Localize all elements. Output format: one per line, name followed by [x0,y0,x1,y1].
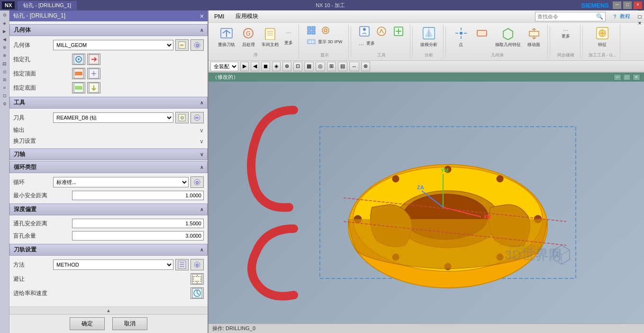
cancel-button[interactable]: 取消 [112,317,147,330]
specify-bottom-arrow-button[interactable] [87,82,100,93]
help-label[interactable]: 教程 [620,13,630,20]
strip-icon-5[interactable]: ⊕ [1,44,9,51]
ribbon-btn-workshop[interactable]: 车间文档 [260,25,281,49]
specify-bottom-button[interactable] [72,82,85,93]
ribbon-btn-3d-ipw-label: 显示 3D IPW [318,39,343,45]
tool-edit-button[interactable]: ✏ [190,112,204,123]
ribbon-btn-tool1[interactable] [357,25,372,38]
menu-pmi[interactable]: PMI [210,12,228,21]
ribbon-btn-draft-analysis[interactable]: 拔模分析 [418,25,439,49]
viewport-title: （修改的） ─ □ × [209,73,644,82]
sub-btn-10[interactable]: ▤ [338,62,347,71]
ribbon-btn-display-3d-ipw[interactable]: 显示 3D IPW [305,37,345,46]
tool-create-button[interactable]: ⚙ [175,112,189,123]
strip-icon-1[interactable]: ⚙ [1,11,9,19]
tool-select[interactable]: REAMER_D8 (钻 [53,112,173,123]
viewport-max-btn[interactable]: □ [623,74,631,81]
minimize-button[interactable]: ─ [613,1,621,9]
scroll-up-indicator[interactable]: ▲ [106,308,111,313]
ribbon-btn-display-2[interactable] [319,25,332,36]
ribbon-btn-more-tools[interactable]: … 更多 [357,39,406,47]
viewport-min-btn[interactable]: ─ [614,74,621,81]
icon-strip: ⚙ ◈ ▶ ◀ ⊕ ⊗ ▤ ◎ ⊞ ≡ ⊡ ⚙ [0,10,9,333]
sub-btn-1[interactable]: ▶ [240,62,249,71]
ribbon-btn-reinsert[interactable]: 重插刀轨 [216,25,237,49]
ribbon-btn-tool3[interactable] [391,25,406,38]
through-hole-input[interactable] [72,219,204,228]
sub-btn-5[interactable]: ⊕ [282,62,291,71]
sub-btn-11[interactable]: ↔ [349,62,359,71]
sub-btn-12[interactable]: ⊗ [361,62,370,71]
tool-section-header[interactable]: 工具 ∧ [9,97,208,109]
specify-top-arrow-button[interactable] [87,68,100,79]
svg-rect-66 [529,31,539,36]
avoidance-button[interactable] [190,273,204,285]
sub-btn-6[interactable]: ⊡ [293,62,302,71]
svg-rect-9 [75,72,82,75]
method-settings-button[interactable]: ⚙ [190,259,204,270]
sub-btn-3[interactable]: ◼ [261,62,270,71]
strip-icon-12[interactable]: ⚙ [1,100,9,108]
strip-icon-3[interactable]: ▶ [1,28,9,35]
ribbon-btn-move-face[interactable]: 移动面 [525,25,544,49]
strip-icon-2[interactable]: ◈ [1,19,9,27]
search-input[interactable] [537,14,594,19]
sub-btn-4[interactable]: ◈ [272,62,281,71]
axis-section-header[interactable]: 刀轴 ∨ [9,148,208,160]
ribbon-group-machining: 特征 加工工具 - G... [585,25,621,58]
viewport-maximize[interactable]: □ [638,13,642,20]
cycle-select[interactable]: 标准镗... [53,177,189,187]
strip-icon-10[interactable]: ≡ [1,84,9,92]
ribbon-btn-feature[interactable]: 特征 [593,25,612,49]
ribbon-btn-extract-geom[interactable]: 抽取几何特征 [493,25,523,49]
sub-btn-2[interactable]: ◀ [251,62,259,71]
sub-btn-9[interactable]: ⊞ [327,62,336,71]
3d-object: XM YM ZA 3D世界网 PUMP2011 [306,112,590,293]
ribbon-btn-point[interactable]: 点 [452,25,471,49]
strip-icon-9[interactable]: ⊞ [1,76,9,83]
strip-icon-4[interactable]: ◀ [1,36,9,43]
ribbon-btn-more-sync[interactable]: … 更多 [560,25,572,40]
viewport-close[interactable]: × [638,20,642,27]
geometry-settings-button[interactable]: ⚙ [190,39,204,51]
strip-icon-7[interactable]: ▤ [1,60,9,67]
strip-icon-8[interactable]: ◎ [1,68,9,75]
assembly-select[interactable]: 全装配 [210,62,238,71]
dialog-close-button[interactable]: × [200,12,204,20]
geometry-edit-button[interactable]: ✏ [175,39,189,51]
method-select[interactable]: METHOD [53,259,173,270]
sub-btn-8[interactable]: ◎ [316,62,325,71]
sub-btn-7[interactable]: ▦ [304,62,314,71]
ribbon-btn-tool2[interactable] [374,25,389,38]
help-icon[interactable]: ? [613,14,616,19]
geometry-select[interactable]: MILL_GEOM [53,40,173,50]
feed-speed-button[interactable] [190,287,204,299]
ribbon-btn-postprocess[interactable]: G 后处理 [239,25,258,49]
menu-app[interactable]: 应用模块 [232,11,262,21]
viewport-close-btn[interactable]: × [633,74,640,81]
viewport-minimize[interactable]: ─ [638,7,642,13]
cycle-section-header[interactable]: 循环类型 ∧ [9,161,208,173]
canvas-area[interactable]: XM YM ZA 3D世界网 PUMP2011 [209,82,644,324]
tool-change-label: 换刀设置 [13,137,51,145]
strip-icon-6[interactable]: ⊗ [1,52,9,59]
svg-point-52 [363,28,366,31]
min-clearance-input[interactable] [72,191,204,200]
blind-hole-input[interactable] [72,231,204,240]
method-icon-button[interactable] [175,259,189,270]
specify-hole-arrow-button[interactable] [87,54,100,65]
path-section-header[interactable]: 刀轨设置 ∧ [9,244,208,256]
ribbon-btn-more-seq[interactable]: … 更多 [282,25,295,47]
maximize-button[interactable]: □ [623,1,632,9]
viewport-title-text: （修改的） [212,74,238,81]
ok-button[interactable]: 确定 [70,317,105,330]
method-label: 方法 [13,261,51,269]
cycle-settings-button[interactable]: ⚙ [190,176,204,188]
specify-hole-button[interactable] [72,54,85,65]
depth-section-header[interactable]: 深度偏置 ∧ [9,204,208,215]
ribbon-btn-geom2[interactable] [472,25,491,49]
geometry-section-header[interactable]: 几何体 ∧ [9,24,208,36]
ribbon-btn-display-1[interactable] [305,25,318,36]
strip-icon-11[interactable]: ⊡ [1,92,9,100]
specify-top-button[interactable] [72,68,85,79]
